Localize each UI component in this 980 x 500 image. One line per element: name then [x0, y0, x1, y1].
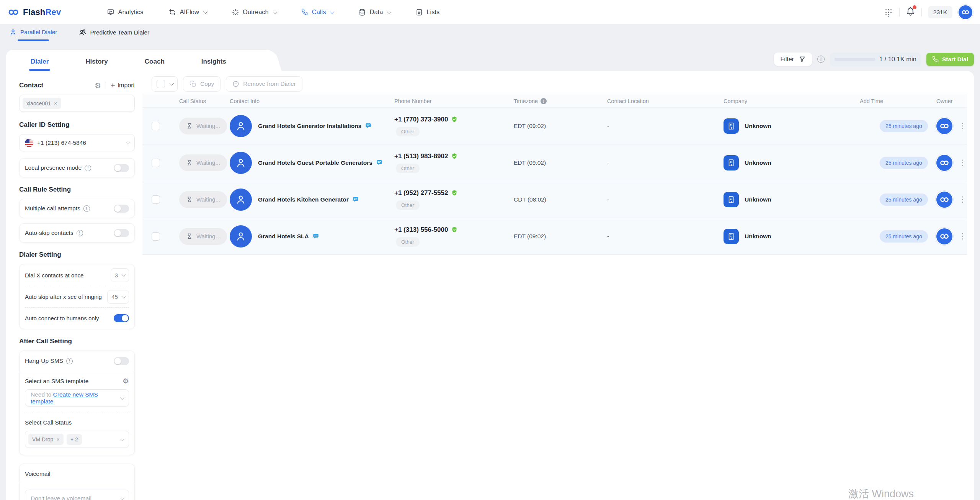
- call-status-select[interactable]: VM Drop × + 2: [25, 431, 129, 448]
- nav-data-label: Data: [369, 8, 383, 16]
- owner-avatar[interactable]: [936, 228, 952, 244]
- dialer-setting-title: Dialer Setting: [19, 251, 135, 259]
- remove-tag-icon[interactable]: ×: [56, 436, 60, 443]
- nav-lists[interactable]: Lists: [415, 8, 439, 16]
- funnel-icon: [799, 56, 806, 63]
- remove-from-dialer-button[interactable]: Remove from Dialer: [226, 76, 302, 92]
- nav-outreach[interactable]: Outreach: [232, 8, 276, 16]
- apps-grid-icon[interactable]: [884, 8, 893, 17]
- row-menu-icon[interactable]: ⋮: [959, 234, 966, 238]
- info-icon[interactable]: !: [817, 56, 825, 63]
- company-cell: Unknown: [724, 155, 860, 170]
- nav-analytics[interactable]: Analytics: [107, 8, 143, 16]
- tab-insights[interactable]: Insights: [201, 58, 226, 71]
- row-menu-icon[interactable]: ⋮: [959, 161, 966, 165]
- chat-icon[interactable]: [312, 233, 319, 240]
- info-icon[interactable]: !: [85, 165, 91, 171]
- contact-name[interactable]: Grand Hotels Kitchen Generator: [258, 196, 349, 203]
- status-badge: Waiting...: [179, 228, 227, 245]
- info-icon[interactable]: !: [83, 205, 90, 212]
- tab-dialer[interactable]: Dialer: [31, 58, 49, 71]
- status-badge: Waiting...: [179, 118, 227, 134]
- auto-skip-sec-select[interactable]: 45: [107, 290, 129, 304]
- nav-calls[interactable]: Calls: [301, 8, 333, 16]
- info-icon[interactable]: !: [77, 230, 83, 236]
- row-checkbox[interactable]: [152, 232, 160, 241]
- lists-icon: [415, 8, 423, 16]
- chat-icon[interactable]: [352, 196, 359, 203]
- user-avatar[interactable]: [959, 5, 972, 19]
- contact-filter-input[interactable]: xiaoce001 ×: [19, 95, 135, 112]
- local-presence-toggle[interactable]: [114, 164, 129, 172]
- auto-connect-toggle[interactable]: [114, 314, 129, 322]
- call-status-tag: VM Drop ×: [28, 434, 64, 445]
- row-checkbox[interactable]: [152, 195, 160, 204]
- after-call-card: Hang-Up SMS ! Select an SMS template ⚙ N…: [19, 351, 135, 455]
- table-row[interactable]: Waiting... Grand Hotels Guest Portable G…: [142, 144, 967, 181]
- start-dial-button[interactable]: Start Dial: [926, 53, 974, 66]
- tab-history[interactable]: History: [85, 58, 108, 71]
- voicemail-select[interactable]: Don't leave a voicemail: [25, 490, 129, 500]
- table-header: Call Status Contact Info Phone Number Ti…: [142, 95, 967, 108]
- person-icon: [9, 28, 17, 36]
- select-all-control[interactable]: [152, 76, 178, 92]
- sms-template-select[interactable]: Need to Create new SMS template: [25, 389, 129, 407]
- voicemail-value: Don't leave a voicemail: [31, 495, 91, 500]
- contact-name[interactable]: Grand Hotels Generator Installations: [258, 123, 361, 130]
- add-time-badge: 25 minutes ago: [880, 193, 928, 206]
- parallel-dialer-label: Parallel Dialer: [20, 29, 57, 36]
- contact-name[interactable]: Grand Hotels SLA: [258, 233, 309, 240]
- person-icon: [235, 157, 247, 169]
- tab-coach[interactable]: Coach: [145, 58, 165, 71]
- table-row[interactable]: Waiting... Grand Hotels Kitchen Generato…: [142, 181, 967, 218]
- credits-badge[interactable]: 231K: [928, 6, 952, 18]
- card-body: Contact ⚙ + Import xiaoce001 × Caller ID…: [6, 71, 974, 500]
- timezone-info-icon[interactable]: !: [541, 98, 547, 104]
- row-checkbox[interactable]: [152, 122, 160, 130]
- filter-button[interactable]: Filter: [774, 52, 812, 66]
- dial-x-select[interactable]: 3: [111, 268, 129, 282]
- contact-name[interactable]: Grand Hotels Guest Portable Generators: [258, 159, 372, 166]
- owner-cell: ⋮: [936, 118, 967, 134]
- contact-tag-label: xiaoce001: [26, 100, 51, 107]
- nav-data[interactable]: Data: [358, 8, 390, 16]
- subnav-parallel-dialer[interactable]: Parallel Dialer: [9, 28, 57, 41]
- calls-icon: [301, 8, 309, 16]
- select-all-checkbox[interactable]: [157, 80, 165, 88]
- copy-button[interactable]: Copy: [183, 76, 220, 92]
- gear-icon[interactable]: ⚙: [122, 377, 129, 385]
- subnav-predictive-team-dialer[interactable]: Predictive Team Dialer: [78, 28, 149, 41]
- chat-icon[interactable]: [365, 123, 372, 130]
- table-row[interactable]: Waiting... Grand Hotels Generator Instal…: [142, 108, 967, 144]
- table-row[interactable]: Waiting... Grand Hotels SLA +1 (313) 556…: [142, 218, 967, 255]
- nav-aiflow[interactable]: AIFlow: [168, 8, 206, 16]
- owner-avatar[interactable]: [936, 155, 952, 171]
- owner-avatar[interactable]: [936, 118, 952, 134]
- multiple-attempts-toggle[interactable]: [114, 205, 129, 213]
- dialer-subnav: Parallel Dialer Predictive Team Dialer: [0, 25, 980, 45]
- notifications-button[interactable]: [906, 7, 915, 18]
- chevron-down-icon: [120, 495, 124, 500]
- row-menu-icon[interactable]: ⋮: [959, 124, 966, 128]
- phone-type-badge: Other: [396, 127, 420, 136]
- caller-id-select[interactable]: +1 (213) 674-5846: [19, 134, 135, 151]
- auto-skip-contacts-label: Auto-skip contacts: [25, 230, 74, 236]
- phone-number: +1 (952) 277-5552: [394, 189, 448, 197]
- phone-type-badge: Other: [396, 164, 420, 173]
- flashrev-logo[interactable]: FlashRev: [8, 7, 61, 18]
- gear-icon[interactable]: ⚙: [95, 82, 101, 89]
- remove-tag-icon[interactable]: ×: [54, 100, 57, 107]
- chat-icon[interactable]: [376, 159, 383, 166]
- building-icon: [724, 118, 739, 134]
- contact-cell: Grand Hotels Kitchen Generator: [230, 189, 394, 211]
- contact-cell: Grand Hotels Guest Portable Generators: [230, 152, 394, 174]
- phone-type-badge: Other: [396, 237, 420, 247]
- import-button[interactable]: + Import: [111, 82, 135, 89]
- row-menu-icon[interactable]: ⋮: [959, 197, 966, 202]
- row-checkbox[interactable]: [152, 159, 160, 167]
- info-icon[interactable]: !: [66, 358, 73, 364]
- hangup-sms-toggle[interactable]: [114, 357, 129, 365]
- verified-shield-icon: [451, 226, 458, 233]
- owner-avatar[interactable]: [936, 192, 952, 208]
- auto-skip-contacts-toggle[interactable]: [114, 229, 129, 237]
